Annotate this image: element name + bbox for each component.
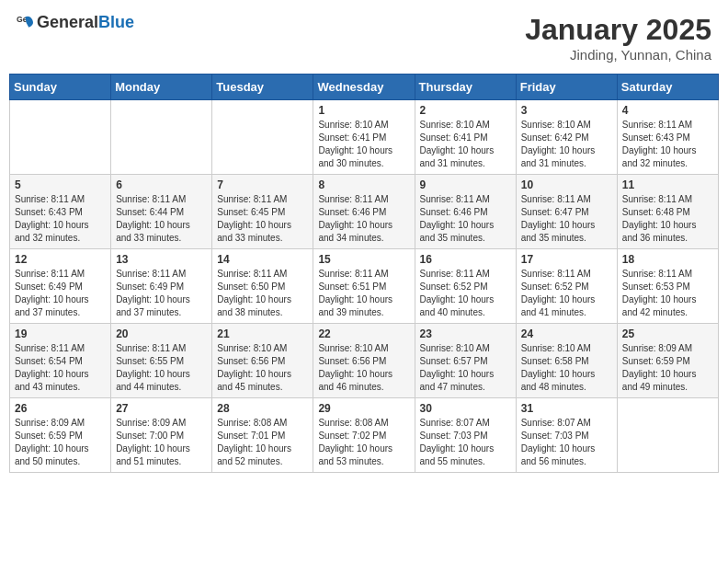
calendar-cell: 3Sunrise: 8:10 AM Sunset: 6:42 PM Daylig… [516, 100, 617, 175]
day-info: Sunrise: 8:09 AM Sunset: 7:00 PM Dayligh… [116, 417, 207, 468]
calendar-cell: 29Sunrise: 8:08 AM Sunset: 7:02 PM Dayli… [313, 398, 415, 473]
day-info: Sunrise: 8:11 AM Sunset: 6:49 PM Dayligh… [116, 268, 207, 319]
day-info: Sunrise: 8:07 AM Sunset: 7:03 PM Dayligh… [420, 417, 511, 468]
day-info: Sunrise: 8:11 AM Sunset: 6:48 PM Dayligh… [622, 193, 713, 245]
day-header-monday: Monday [111, 75, 212, 100]
day-info: Sunrise: 8:10 AM Sunset: 6:56 PM Dayligh… [318, 342, 409, 394]
day-header-thursday: Thursday [415, 75, 516, 100]
day-info: Sunrise: 8:10 AM Sunset: 6:56 PM Dayligh… [217, 342, 308, 394]
day-header-saturday: Saturday [617, 75, 718, 100]
day-info: Sunrise: 8:11 AM Sunset: 6:46 PM Dayligh… [318, 193, 409, 245]
calendar-cell: 9Sunrise: 8:11 AM Sunset: 6:46 PM Daylig… [415, 175, 516, 249]
calendar-cell: 24Sunrise: 8:10 AM Sunset: 6:58 PM Dayli… [516, 324, 617, 398]
day-number: 21 [217, 327, 308, 340]
day-info: Sunrise: 8:11 AM Sunset: 6:51 PM Dayligh… [318, 268, 409, 319]
calendar-cell: 15Sunrise: 8:11 AM Sunset: 6:51 PM Dayli… [313, 249, 415, 324]
day-info: Sunrise: 8:11 AM Sunset: 6:47 PM Dayligh… [521, 193, 612, 245]
day-info: Sunrise: 8:07 AM Sunset: 7:03 PM Dayligh… [521, 417, 612, 468]
day-number: 9 [420, 178, 511, 191]
calendar-cell: 6Sunrise: 8:11 AM Sunset: 6:44 PM Daylig… [111, 175, 212, 249]
location-title: Jinding, Yunnan, China [525, 47, 711, 63]
day-number: 26 [15, 402, 106, 415]
calendar-cell: 19Sunrise: 8:11 AM Sunset: 6:54 PM Dayli… [10, 324, 111, 398]
day-info: Sunrise: 8:11 AM Sunset: 6:53 PM Dayligh… [622, 268, 713, 319]
day-number: 7 [217, 178, 308, 191]
title-block: January 2025 Jinding, Yunnan, China [525, 13, 711, 63]
day-number: 18 [622, 253, 713, 266]
day-number: 27 [116, 402, 207, 415]
day-number: 2 [420, 104, 511, 117]
day-info: Sunrise: 8:10 AM Sunset: 6:57 PM Dayligh… [420, 342, 511, 394]
day-number: 28 [217, 402, 308, 415]
day-number: 30 [420, 402, 511, 415]
day-info: Sunrise: 8:11 AM Sunset: 6:49 PM Dayligh… [15, 268, 106, 319]
calendar-cell: 2Sunrise: 8:10 AM Sunset: 6:41 PM Daylig… [415, 100, 516, 175]
calendar-cell: 18Sunrise: 8:11 AM Sunset: 6:53 PM Dayli… [617, 249, 718, 324]
day-number: 5 [15, 178, 106, 191]
day-header-friday: Friday [516, 75, 617, 100]
calendar-week-row: 12Sunrise: 8:11 AM Sunset: 6:49 PM Dayli… [10, 249, 719, 324]
calendar-cell: 12Sunrise: 8:11 AM Sunset: 6:49 PM Dayli… [10, 249, 111, 324]
calendar-cell: 31Sunrise: 8:07 AM Sunset: 7:03 PM Dayli… [516, 398, 617, 473]
logo-icon: Ge [17, 14, 35, 32]
day-number: 14 [217, 253, 308, 266]
day-number: 4 [622, 104, 713, 117]
day-number: 23 [420, 327, 511, 340]
day-number: 29 [318, 402, 409, 415]
day-number: 1 [318, 104, 409, 117]
calendar-week-row: 1Sunrise: 8:10 AM Sunset: 6:41 PM Daylig… [10, 100, 719, 175]
day-number: 31 [521, 402, 612, 415]
day-number: 19 [15, 327, 106, 340]
day-info: Sunrise: 8:11 AM Sunset: 6:43 PM Dayligh… [15, 193, 106, 245]
day-number: 16 [420, 253, 511, 266]
day-info: Sunrise: 8:10 AM Sunset: 6:58 PM Dayligh… [521, 342, 612, 394]
day-info: Sunrise: 8:10 AM Sunset: 6:42 PM Dayligh… [521, 119, 612, 170]
calendar-cell: 26Sunrise: 8:09 AM Sunset: 6:59 PM Dayli… [10, 398, 111, 473]
day-number: 17 [521, 253, 612, 266]
calendar-cell: 28Sunrise: 8:08 AM Sunset: 7:01 PM Dayli… [212, 398, 313, 473]
day-number: 11 [622, 178, 713, 191]
calendar-table: SundayMondayTuesdayWednesdayThursdayFrid… [9, 74, 719, 473]
day-info: Sunrise: 8:08 AM Sunset: 7:02 PM Dayligh… [318, 417, 409, 468]
calendar-cell: 14Sunrise: 8:11 AM Sunset: 6:50 PM Dayli… [212, 249, 313, 324]
calendar-cell: 4Sunrise: 8:11 AM Sunset: 6:43 PM Daylig… [617, 100, 718, 175]
day-info: Sunrise: 8:11 AM Sunset: 6:45 PM Dayligh… [217, 193, 308, 245]
calendar-week-row: 5Sunrise: 8:11 AM Sunset: 6:43 PM Daylig… [10, 175, 719, 249]
day-number: 15 [318, 253, 409, 266]
day-number: 22 [318, 327, 409, 340]
calendar-cell: 20Sunrise: 8:11 AM Sunset: 6:55 PM Dayli… [111, 324, 212, 398]
calendar-cell: 8Sunrise: 8:11 AM Sunset: 6:46 PM Daylig… [313, 175, 415, 249]
calendar-cell: 11Sunrise: 8:11 AM Sunset: 6:48 PM Dayli… [617, 175, 718, 249]
calendar-cell: 5Sunrise: 8:11 AM Sunset: 6:43 PM Daylig… [10, 175, 111, 249]
calendar-cell: 27Sunrise: 8:09 AM Sunset: 7:00 PM Dayli… [111, 398, 212, 473]
day-info: Sunrise: 8:09 AM Sunset: 6:59 PM Dayligh… [15, 417, 106, 468]
day-number: 8 [318, 178, 409, 191]
calendar-cell: 1Sunrise: 8:10 AM Sunset: 6:41 PM Daylig… [313, 100, 415, 175]
calendar-cell: 22Sunrise: 8:10 AM Sunset: 6:56 PM Dayli… [313, 324, 415, 398]
day-number: 12 [15, 253, 106, 266]
day-info: Sunrise: 8:09 AM Sunset: 6:59 PM Dayligh… [622, 342, 713, 394]
day-number: 3 [521, 104, 612, 117]
day-info: Sunrise: 8:10 AM Sunset: 6:41 PM Dayligh… [318, 119, 409, 170]
calendar-cell [10, 100, 111, 175]
calendar-cell [212, 100, 313, 175]
day-header-sunday: Sunday [10, 75, 111, 100]
day-info: Sunrise: 8:11 AM Sunset: 6:55 PM Dayligh… [116, 342, 207, 394]
day-number: 24 [521, 327, 612, 340]
day-header-tuesday: Tuesday [212, 75, 313, 100]
day-info: Sunrise: 8:10 AM Sunset: 6:41 PM Dayligh… [420, 119, 511, 170]
calendar-week-row: 26Sunrise: 8:09 AM Sunset: 6:59 PM Dayli… [10, 398, 719, 473]
day-info: Sunrise: 8:11 AM Sunset: 6:46 PM Dayligh… [420, 193, 511, 245]
calendar-cell [111, 100, 212, 175]
day-info: Sunrise: 8:11 AM Sunset: 6:54 PM Dayligh… [15, 342, 106, 394]
day-info: Sunrise: 8:08 AM Sunset: 7:01 PM Dayligh… [217, 417, 308, 468]
day-header-wednesday: Wednesday [313, 75, 415, 100]
logo-blue-text: Blue [98, 13, 134, 31]
calendar-cell: 25Sunrise: 8:09 AM Sunset: 6:59 PM Dayli… [617, 324, 718, 398]
calendar-cell: 23Sunrise: 8:10 AM Sunset: 6:57 PM Dayli… [415, 324, 516, 398]
day-number: 20 [116, 327, 207, 340]
day-info: Sunrise: 8:11 AM Sunset: 6:50 PM Dayligh… [217, 268, 308, 319]
calendar-cell: 16Sunrise: 8:11 AM Sunset: 6:52 PM Dayli… [415, 249, 516, 324]
day-number: 10 [521, 178, 612, 191]
day-info: Sunrise: 8:11 AM Sunset: 6:44 PM Dayligh… [116, 193, 207, 245]
